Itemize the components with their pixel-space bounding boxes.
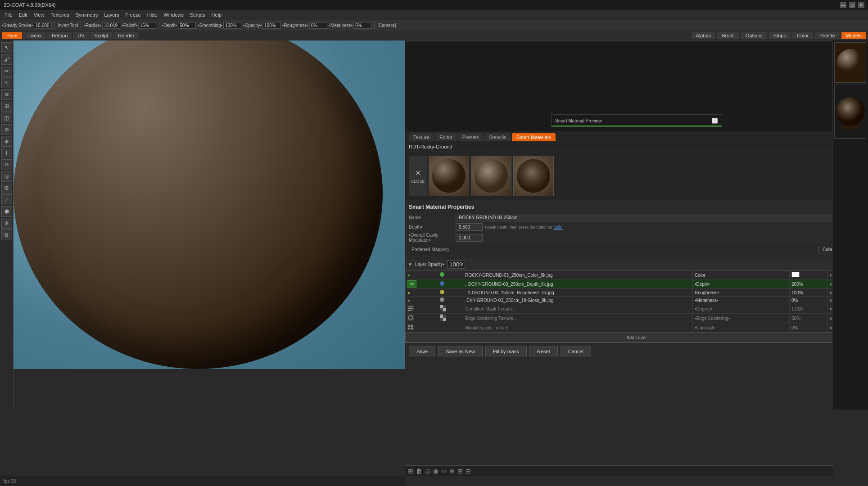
tab-sculpt[interactable]: Sculpt (90, 32, 113, 39)
tab-presets[interactable]: Presets (458, 133, 484, 141)
close-large-button[interactable]: ✕ CLOSE (409, 156, 427, 196)
tool-brush11[interactable]: ◎ (1, 171, 12, 182)
menu-hide[interactable]: Hide (145, 11, 160, 18)
svg-rect-18 (408, 325, 410, 327)
smoothing-value[interactable]: 100% (223, 22, 241, 29)
depth-value[interactable]: 50% (178, 22, 196, 29)
tool-brush6[interactable]: ◫ (1, 112, 12, 123)
opacity-value[interactable]: 100% (262, 22, 280, 29)
main-viewport[interactable] (14, 40, 405, 369)
roughness-value[interactable]: 0% (309, 22, 327, 29)
name-input[interactable] (456, 214, 864, 221)
lr5-eye[interactable] (406, 304, 438, 314)
tool-brush10[interactable]: ⟳ (1, 159, 12, 170)
bt-icon5[interactable]: ⇔ (441, 468, 447, 475)
tool-brush7[interactable]: ⊕ (1, 124, 12, 135)
metalness-value[interactable]: 0% (353, 22, 371, 29)
menu-symmetry[interactable]: Symmetry (73, 11, 101, 18)
tool-brush5[interactable]: ⊞ (1, 101, 12, 112)
menu-textures[interactable]: Textures (48, 11, 72, 18)
tool-brush9[interactable]: T (1, 148, 12, 158)
add-layer-button[interactable]: Add Layer (405, 333, 868, 342)
tool-fill[interactable]: ❋ (1, 218, 12, 229)
tab-brush[interactable]: Brush (717, 32, 739, 39)
menu-layers[interactable]: Layers (101, 11, 122, 18)
minimize-button[interactable]: — (840, 2, 846, 8)
rsb-thumb-1[interactable] (834, 42, 866, 83)
cancel-button[interactable]: Cancel (561, 346, 591, 356)
tool-brush1[interactable]: 🖌 (1, 54, 12, 65)
tab-palette[interactable]: Palette (815, 32, 839, 39)
tab-tweak[interactable]: Tweak (23, 32, 46, 39)
tool-brush3[interactable]: ∿ (1, 77, 12, 88)
close-button[interactable]: ✕ (858, 2, 864, 8)
menu-windows[interactable]: Windows (161, 11, 186, 18)
thumbnail-1[interactable] (429, 156, 469, 196)
layer-row-1[interactable]: ● ROCKY-GROUND-03_250cm_Color_8k.jpg Col… (406, 271, 868, 279)
tab-paint[interactable]: Paint (2, 32, 22, 39)
tool-clone[interactable]: ⧉ (1, 230, 12, 240)
bt-icon7[interactable]: ⊞ (457, 468, 463, 475)
thumbnail-3[interactable] (513, 156, 554, 196)
menu-edit[interactable]: Edit (16, 11, 30, 18)
menu-file[interactable]: File (2, 11, 15, 18)
tab-options[interactable]: Options (741, 32, 767, 39)
cavity-input[interactable] (456, 234, 483, 242)
bt-icon4[interactable]: ◉ (433, 468, 439, 475)
tab-texture[interactable]: Texture (409, 133, 434, 141)
smart-preview-expand[interactable]: ⬜ (712, 118, 718, 124)
radius-value[interactable]: 18.019 (102, 22, 120, 29)
layer-row-2[interactable]: Vo ..OCKY-GROUND-03_250cm_Depth_8k.jpg •… (406, 279, 868, 289)
tab-alphas[interactable]: Alphas (692, 32, 716, 39)
tool-cursor[interactable]: ↖ (1, 42, 12, 53)
layer-row-6[interactable]: Edge Scattering Texture... •Edge Scatter… (406, 314, 868, 323)
rsb-thumb-2[interactable] (834, 85, 866, 139)
tool-brush4[interactable]: ≋ (1, 89, 12, 100)
tool-brush13[interactable]: ∕ (1, 194, 12, 205)
tool-brush14[interactable]: ⬟ (1, 206, 12, 217)
falloff-value[interactable]: 16% (138, 22, 156, 29)
bt-icon6[interactable]: ⊕ (449, 468, 455, 475)
lr1-eye[interactable]: ● (406, 271, 438, 279)
lr4-eye[interactable]: ● (406, 297, 438, 304)
tab-stencils[interactable]: Stencils (484, 133, 511, 141)
stroke-value[interactable]: 15.000 (34, 22, 52, 29)
tab-editor[interactable]: Editor (435, 133, 457, 141)
color-swatch-1[interactable] (791, 272, 800, 277)
bt-icon1[interactable]: ⊞ (408, 468, 413, 475)
reset-button[interactable]: Reset (529, 346, 558, 356)
thumbnail-2[interactable] (471, 156, 511, 196)
bt-icon8[interactable]: ⊟ (466, 468, 471, 475)
save-as-new-button[interactable]: Save as New (438, 346, 483, 356)
menu-help[interactable]: Help (209, 11, 225, 18)
lh-expand[interactable]: ▼ (408, 262, 412, 267)
tab-smart-materials[interactable]: Smart Materials (512, 133, 556, 141)
lr3-eye[interactable]: ● (406, 289, 438, 297)
bt-icon3[interactable]: ◎ (425, 468, 430, 475)
tab-render[interactable]: Render (113, 32, 139, 39)
tool-brush8[interactable]: ◈ (1, 136, 12, 147)
lr7-eye[interactable] (406, 323, 438, 333)
tool-brush12[interactable]: ⚙ (1, 183, 12, 194)
layer-row-4[interactable]: ● .CKY-GROUND-03_250cm_Hi-Gloss_8k.jpg •… (406, 297, 868, 304)
tab-models[interactable]: Models (841, 32, 866, 39)
depth-input[interactable] (456, 223, 483, 231)
menu-scripts[interactable]: Scripts (187, 11, 208, 18)
menu-freeze[interactable]: Freeze (122, 11, 143, 18)
layer-row-5[interactable]: Condition Mask Texture... •Degree• 1.000… (406, 304, 868, 314)
layer-row-7[interactable]: Mask/Opacity Texture •Contrast• 0% ↺ ▼ (406, 323, 868, 333)
layer-row-3[interactable]: ● ..Y-GROUND-03_250cm_Roughness_8k.jpg R… (406, 289, 868, 297)
menu-view[interactable]: View (31, 11, 47, 18)
tab-uv[interactable]: UV (73, 32, 89, 39)
bt-icon2[interactable]: 🗑 (416, 468, 422, 475)
layer-opacity-input[interactable] (447, 260, 465, 269)
save-button[interactable]: Save (409, 346, 435, 356)
depth-lock-link[interactable]: lock. (553, 225, 563, 230)
lr6-eye[interactable] (406, 314, 438, 323)
tab-strips[interactable]: Strips (769, 32, 791, 39)
fill-by-mask-button[interactable]: Fill by mask (485, 346, 527, 356)
tab-color[interactable]: Color (792, 32, 813, 39)
tab-retopo[interactable]: Retopo (47, 32, 72, 39)
tool-brush2[interactable]: ✏ (1, 66, 12, 76)
maximize-button[interactable]: □ (849, 2, 855, 8)
